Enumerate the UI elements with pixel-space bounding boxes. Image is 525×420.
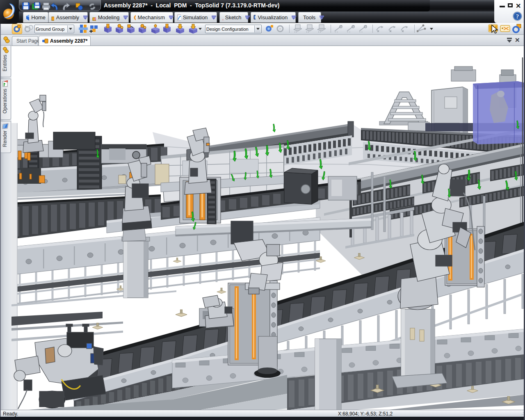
svg-text:?: ? bbox=[516, 13, 519, 20]
